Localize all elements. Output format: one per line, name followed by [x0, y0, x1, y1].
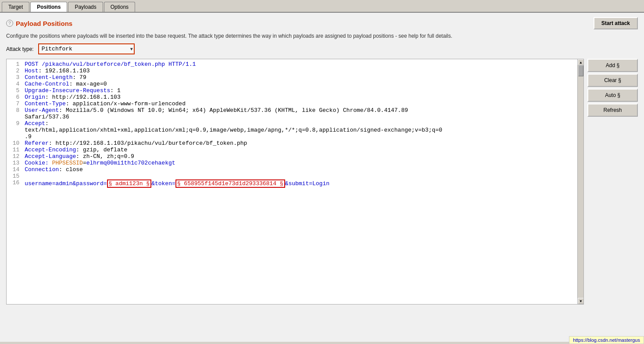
table-row: 1POST /pikachu/vul/burteforce/bf_token.p…: [7, 61, 583, 68]
tab-payloads[interactable]: Payloads: [68, 2, 103, 12]
payload-marker-1: § admi123n §: [107, 179, 152, 188]
title-left: ? Payload Positions: [6, 20, 72, 27]
table-row: .9: [7, 133, 583, 140]
section-title-row: ? Payload Positions Start attack: [6, 17, 638, 29]
line-content: Accept-Encoding: gzip, deflate: [23, 147, 583, 153]
line-content: Upgrade-Insecure-Requests: 1: [23, 87, 583, 94]
table-row: 13Cookie: PHPSESSID=elhrmq00mi1th1c702ce…: [7, 160, 583, 166]
line-content: Content-Type: application/x-www-form-url…: [23, 100, 583, 107]
scroll-thumb[interactable]: [578, 65, 583, 76]
auto-section-button[interactable]: Auto §: [587, 89, 638, 102]
line-content: Content-Length: 79: [23, 74, 583, 81]
line-content: [23, 173, 583, 179]
line-content: Cache-Control: max-age=0: [23, 81, 583, 87]
line-content: .9: [23, 133, 583, 140]
start-attack-button[interactable]: Start attack: [594, 17, 638, 29]
clear-section-button[interactable]: Clear §: [587, 74, 638, 87]
line-content: Referer: http://192.168.1.103/pikachu/vu…: [23, 140, 583, 147]
line-content: Cookie: PHPSESSID=elhrmq00mi1th1c702ceha…: [23, 160, 583, 166]
table-row: 11Accept-Encoding: gzip, deflate: [7, 147, 583, 153]
scroll-down-arrow[interactable]: ▼: [578, 298, 584, 304]
line-content: POST /pikachu/vul/burteforce/bf_token.ph…: [23, 61, 583, 68]
table-row: 6Origin: http://192.168.1.103: [7, 94, 583, 100]
line-number: [7, 127, 23, 133]
tab-options[interactable]: Options: [104, 2, 135, 12]
line-content: Accept:: [23, 120, 583, 127]
description-text: Configure the positions where payloads w…: [6, 33, 638, 39]
side-buttons: Add § Clear § Auto § Refresh: [587, 59, 638, 305]
line-content: text/html,application/xhtml+xml,applicat…: [23, 127, 583, 133]
refresh-button[interactable]: Refresh: [587, 104, 638, 117]
add-section-button[interactable]: Add §: [587, 59, 638, 72]
main-content: ? Payload Positions Start attack Configu…: [0, 13, 644, 342]
line-number: 1: [7, 61, 23, 68]
line-number: 14: [7, 166, 23, 173]
line-number: 9: [7, 120, 23, 127]
table-row: 2Host: 192.168.1.103: [7, 68, 583, 74]
table-row: 8User-Agent: Mozilla/5.0 (Windows NT 10.…: [7, 107, 583, 114]
tab-bar: Target Positions Payloads Options: [0, 0, 644, 13]
line-content: User-Agent: Mozilla/5.0 (Windows NT 10.0…: [23, 107, 583, 114]
attack-type-row: Attack type: Sniper Battering ram Pitchf…: [6, 43, 638, 54]
help-icon[interactable]: ?: [6, 20, 13, 27]
attack-type-select-wrapper: Sniper Battering ram Pitchfork Cluster b…: [38, 43, 135, 54]
table-row: 9Accept:: [7, 120, 583, 127]
table-row: 3Content-Length: 79: [7, 74, 583, 81]
line-number: 2: [7, 68, 23, 74]
line-number: 16: [7, 179, 23, 188]
status-bar: https://blog.csdn.net/mastergus: [569, 336, 644, 342]
line-number: 15: [7, 173, 23, 179]
table-row: 14Connection: close: [7, 166, 583, 173]
table-row: 7Content-Type: application/x-www-form-ur…: [7, 100, 583, 107]
request-content: 1POST /pikachu/vul/burteforce/bf_token.p…: [7, 59, 583, 190]
table-row: 4Cache-Control: max-age=0: [7, 81, 583, 87]
scroll-up-arrow[interactable]: ▲: [578, 59, 584, 65]
table-row: 16username=admin&password=§ admi123n §&t…: [7, 179, 583, 188]
line-number: 6: [7, 94, 23, 100]
table-row: 10Referer: http://192.168.1.103/pikachu/…: [7, 140, 583, 147]
tab-positions[interactable]: Positions: [30, 2, 67, 12]
line-number: 3: [7, 74, 23, 81]
table-row: 5Upgrade-Insecure-Requests: 1: [7, 87, 583, 94]
line-content: Origin: http://192.168.1.103: [23, 94, 583, 100]
line-number: 7: [7, 100, 23, 107]
page-title: Payload Positions: [16, 20, 72, 27]
line-number: 13: [7, 160, 23, 166]
editor-wrapper: 1POST /pikachu/vul/burteforce/bf_token.p…: [6, 59, 638, 305]
payload-marker-2: § 658955f145d1e73d1d293336814 §: [175, 179, 285, 188]
line-number: 10: [7, 140, 23, 147]
table-row: Safari/537.36: [7, 114, 583, 120]
request-editor[interactable]: 1POST /pikachu/vul/burteforce/bf_token.p…: [6, 59, 584, 305]
attack-type-label: Attack type:: [6, 46, 34, 52]
attack-type-select[interactable]: Sniper Battering ram Pitchfork Cluster b…: [38, 43, 135, 54]
tab-target[interactable]: Target: [2, 2, 29, 12]
line-content: Accept-Language: zh-CN, zh;q=0.9: [23, 153, 583, 160]
line-number: 12: [7, 153, 23, 160]
line-content: Host: 192.168.1.103: [23, 68, 583, 74]
line-number: 5: [7, 87, 23, 94]
line-number: [7, 133, 23, 140]
table-row: text/html,application/xhtml+xml,applicat…: [7, 127, 583, 133]
line-content: Safari/537.36: [23, 114, 583, 120]
line-number: 11: [7, 147, 23, 153]
line-number: 4: [7, 81, 23, 87]
line-content: username=admin&password=§ admi123n §&tok…: [23, 179, 583, 188]
table-row: 15: [7, 173, 583, 179]
table-row: 12Accept-Language: zh-CN, zh;q=0.9: [7, 153, 583, 160]
line-content: Connection: close: [23, 166, 583, 173]
line-number: [7, 114, 23, 120]
line-number: 8: [7, 107, 23, 114]
